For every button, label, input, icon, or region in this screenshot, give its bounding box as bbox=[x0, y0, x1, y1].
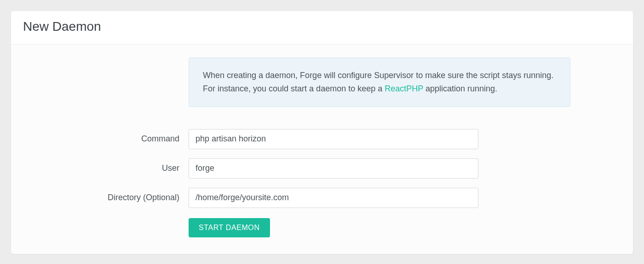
panel-header: New Daemon bbox=[11, 11, 633, 45]
command-label: Command bbox=[23, 134, 189, 144]
panel-body: When creating a daemon, Forge will confi… bbox=[11, 45, 633, 254]
info-text-after: application running. bbox=[423, 84, 497, 93]
form-row-command: Command bbox=[23, 129, 621, 149]
button-row: START DAEMON bbox=[189, 218, 621, 237]
user-label: User bbox=[23, 163, 189, 173]
new-daemon-panel: New Daemon When creating a daemon, Forge… bbox=[11, 11, 633, 254]
command-input[interactable] bbox=[189, 129, 478, 149]
user-input[interactable] bbox=[189, 158, 478, 179]
start-daemon-button[interactable]: START DAEMON bbox=[189, 218, 270, 237]
form-row-directory: Directory (Optional) bbox=[23, 188, 621, 208]
form-row-user: User bbox=[23, 158, 621, 179]
directory-label: Directory (Optional) bbox=[23, 193, 189, 202]
directory-input[interactable] bbox=[189, 188, 478, 208]
daemon-form: Command User Directory (Optional) START … bbox=[23, 129, 621, 237]
page-title: New Daemon bbox=[23, 19, 621, 34]
reactphp-link[interactable]: ReactPHP bbox=[385, 84, 423, 93]
info-alert: When creating a daemon, Forge will confi… bbox=[189, 57, 570, 107]
info-text-before: When creating a daemon, Forge will confi… bbox=[203, 71, 553, 93]
